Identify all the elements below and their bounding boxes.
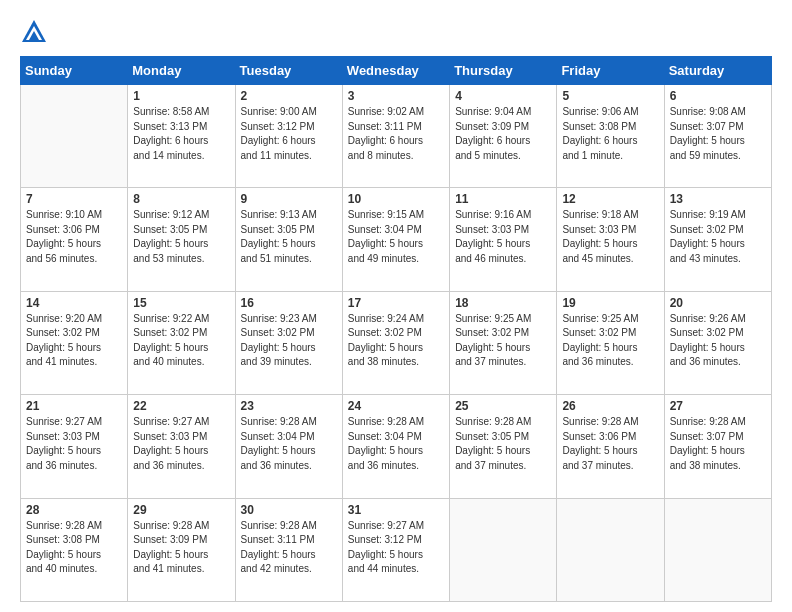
- day-info: Sunrise: 9:10 AMSunset: 3:06 PMDaylight:…: [26, 208, 122, 266]
- day-number: 24: [348, 399, 444, 413]
- calendar-cell: 15Sunrise: 9:22 AMSunset: 3:02 PMDayligh…: [128, 291, 235, 394]
- weekday-header-tuesday: Tuesday: [235, 57, 342, 85]
- calendar-cell: 18Sunrise: 9:25 AMSunset: 3:02 PMDayligh…: [450, 291, 557, 394]
- week-row-2: 7Sunrise: 9:10 AMSunset: 3:06 PMDaylight…: [21, 188, 772, 291]
- calendar-cell: 23Sunrise: 9:28 AMSunset: 3:04 PMDayligh…: [235, 395, 342, 498]
- day-number: 10: [348, 192, 444, 206]
- day-number: 28: [26, 503, 122, 517]
- day-info: Sunrise: 9:22 AMSunset: 3:02 PMDaylight:…: [133, 312, 229, 370]
- calendar-cell: 13Sunrise: 9:19 AMSunset: 3:02 PMDayligh…: [664, 188, 771, 291]
- calendar-cell: 5Sunrise: 9:06 AMSunset: 3:08 PMDaylight…: [557, 85, 664, 188]
- day-number: 6: [670, 89, 766, 103]
- day-info: Sunrise: 9:27 AMSunset: 3:03 PMDaylight:…: [26, 415, 122, 473]
- calendar-cell: 25Sunrise: 9:28 AMSunset: 3:05 PMDayligh…: [450, 395, 557, 498]
- calendar-cell: 22Sunrise: 9:27 AMSunset: 3:03 PMDayligh…: [128, 395, 235, 498]
- weekday-header-thursday: Thursday: [450, 57, 557, 85]
- calendar-cell: 31Sunrise: 9:27 AMSunset: 3:12 PMDayligh…: [342, 498, 449, 601]
- day-number: 3: [348, 89, 444, 103]
- day-number: 21: [26, 399, 122, 413]
- day-number: 23: [241, 399, 337, 413]
- calendar-cell: 8Sunrise: 9:12 AMSunset: 3:05 PMDaylight…: [128, 188, 235, 291]
- day-number: 19: [562, 296, 658, 310]
- calendar-cell: 1Sunrise: 8:58 AMSunset: 3:13 PMDaylight…: [128, 85, 235, 188]
- calendar-cell: 12Sunrise: 9:18 AMSunset: 3:03 PMDayligh…: [557, 188, 664, 291]
- calendar-cell: 11Sunrise: 9:16 AMSunset: 3:03 PMDayligh…: [450, 188, 557, 291]
- day-info: Sunrise: 9:27 AMSunset: 3:03 PMDaylight:…: [133, 415, 229, 473]
- day-number: 1: [133, 89, 229, 103]
- day-info: Sunrise: 9:28 AMSunset: 3:09 PMDaylight:…: [133, 519, 229, 577]
- weekday-header-monday: Monday: [128, 57, 235, 85]
- calendar-cell: 10Sunrise: 9:15 AMSunset: 3:04 PMDayligh…: [342, 188, 449, 291]
- day-info: Sunrise: 9:24 AMSunset: 3:02 PMDaylight:…: [348, 312, 444, 370]
- calendar-cell: [21, 85, 128, 188]
- calendar-cell: 3Sunrise: 9:02 AMSunset: 3:11 PMDaylight…: [342, 85, 449, 188]
- day-number: 2: [241, 89, 337, 103]
- day-number: 17: [348, 296, 444, 310]
- day-number: 22: [133, 399, 229, 413]
- calendar-cell: [664, 498, 771, 601]
- week-row-3: 14Sunrise: 9:20 AMSunset: 3:02 PMDayligh…: [21, 291, 772, 394]
- calendar-cell: 16Sunrise: 9:23 AMSunset: 3:02 PMDayligh…: [235, 291, 342, 394]
- day-info: Sunrise: 9:18 AMSunset: 3:03 PMDaylight:…: [562, 208, 658, 266]
- week-row-4: 21Sunrise: 9:27 AMSunset: 3:03 PMDayligh…: [21, 395, 772, 498]
- weekday-header-wednesday: Wednesday: [342, 57, 449, 85]
- day-info: Sunrise: 9:02 AMSunset: 3:11 PMDaylight:…: [348, 105, 444, 163]
- calendar-cell: 28Sunrise: 9:28 AMSunset: 3:08 PMDayligh…: [21, 498, 128, 601]
- calendar-cell: 17Sunrise: 9:24 AMSunset: 3:02 PMDayligh…: [342, 291, 449, 394]
- day-info: Sunrise: 9:15 AMSunset: 3:04 PMDaylight:…: [348, 208, 444, 266]
- day-number: 8: [133, 192, 229, 206]
- day-info: Sunrise: 9:26 AMSunset: 3:02 PMDaylight:…: [670, 312, 766, 370]
- day-info: Sunrise: 9:16 AMSunset: 3:03 PMDaylight:…: [455, 208, 551, 266]
- day-info: Sunrise: 9:25 AMSunset: 3:02 PMDaylight:…: [455, 312, 551, 370]
- calendar-cell: 6Sunrise: 9:08 AMSunset: 3:07 PMDaylight…: [664, 85, 771, 188]
- weekday-header-row: SundayMondayTuesdayWednesdayThursdayFrid…: [21, 57, 772, 85]
- day-number: 27: [670, 399, 766, 413]
- day-info: Sunrise: 9:20 AMSunset: 3:02 PMDaylight:…: [26, 312, 122, 370]
- calendar-cell: 24Sunrise: 9:28 AMSunset: 3:04 PMDayligh…: [342, 395, 449, 498]
- day-number: 4: [455, 89, 551, 103]
- calendar-cell: 7Sunrise: 9:10 AMSunset: 3:06 PMDaylight…: [21, 188, 128, 291]
- day-info: Sunrise: 9:28 AMSunset: 3:08 PMDaylight:…: [26, 519, 122, 577]
- calendar-cell: 27Sunrise: 9:28 AMSunset: 3:07 PMDayligh…: [664, 395, 771, 498]
- day-number: 30: [241, 503, 337, 517]
- day-number: 25: [455, 399, 551, 413]
- day-number: 7: [26, 192, 122, 206]
- day-info: Sunrise: 9:28 AMSunset: 3:05 PMDaylight:…: [455, 415, 551, 473]
- weekday-header-friday: Friday: [557, 57, 664, 85]
- weekday-header-sunday: Sunday: [21, 57, 128, 85]
- day-number: 5: [562, 89, 658, 103]
- day-number: 26: [562, 399, 658, 413]
- day-number: 18: [455, 296, 551, 310]
- logo-icon: [20, 18, 48, 46]
- calendar-cell: 2Sunrise: 9:00 AMSunset: 3:12 PMDaylight…: [235, 85, 342, 188]
- day-number: 12: [562, 192, 658, 206]
- header: [20, 18, 772, 46]
- day-info: Sunrise: 9:12 AMSunset: 3:05 PMDaylight:…: [133, 208, 229, 266]
- day-info: Sunrise: 9:00 AMSunset: 3:12 PMDaylight:…: [241, 105, 337, 163]
- day-number: 9: [241, 192, 337, 206]
- day-info: Sunrise: 9:06 AMSunset: 3:08 PMDaylight:…: [562, 105, 658, 163]
- day-info: Sunrise: 8:58 AMSunset: 3:13 PMDaylight:…: [133, 105, 229, 163]
- day-info: Sunrise: 9:08 AMSunset: 3:07 PMDaylight:…: [670, 105, 766, 163]
- day-info: Sunrise: 9:13 AMSunset: 3:05 PMDaylight:…: [241, 208, 337, 266]
- day-info: Sunrise: 9:19 AMSunset: 3:02 PMDaylight:…: [670, 208, 766, 266]
- calendar-cell: 26Sunrise: 9:28 AMSunset: 3:06 PMDayligh…: [557, 395, 664, 498]
- logo: [20, 18, 52, 46]
- week-row-5: 28Sunrise: 9:28 AMSunset: 3:08 PMDayligh…: [21, 498, 772, 601]
- calendar-cell: 29Sunrise: 9:28 AMSunset: 3:09 PMDayligh…: [128, 498, 235, 601]
- day-info: Sunrise: 9:28 AMSunset: 3:04 PMDaylight:…: [241, 415, 337, 473]
- calendar-page: SundayMondayTuesdayWednesdayThursdayFrid…: [0, 0, 792, 612]
- weekday-header-saturday: Saturday: [664, 57, 771, 85]
- day-number: 11: [455, 192, 551, 206]
- day-number: 13: [670, 192, 766, 206]
- day-info: Sunrise: 9:28 AMSunset: 3:11 PMDaylight:…: [241, 519, 337, 577]
- day-info: Sunrise: 9:04 AMSunset: 3:09 PMDaylight:…: [455, 105, 551, 163]
- day-info: Sunrise: 9:27 AMSunset: 3:12 PMDaylight:…: [348, 519, 444, 577]
- day-number: 16: [241, 296, 337, 310]
- calendar-cell: 14Sunrise: 9:20 AMSunset: 3:02 PMDayligh…: [21, 291, 128, 394]
- calendar-cell: 20Sunrise: 9:26 AMSunset: 3:02 PMDayligh…: [664, 291, 771, 394]
- day-info: Sunrise: 9:28 AMSunset: 3:07 PMDaylight:…: [670, 415, 766, 473]
- calendar-cell: 30Sunrise: 9:28 AMSunset: 3:11 PMDayligh…: [235, 498, 342, 601]
- day-number: 14: [26, 296, 122, 310]
- week-row-1: 1Sunrise: 8:58 AMSunset: 3:13 PMDaylight…: [21, 85, 772, 188]
